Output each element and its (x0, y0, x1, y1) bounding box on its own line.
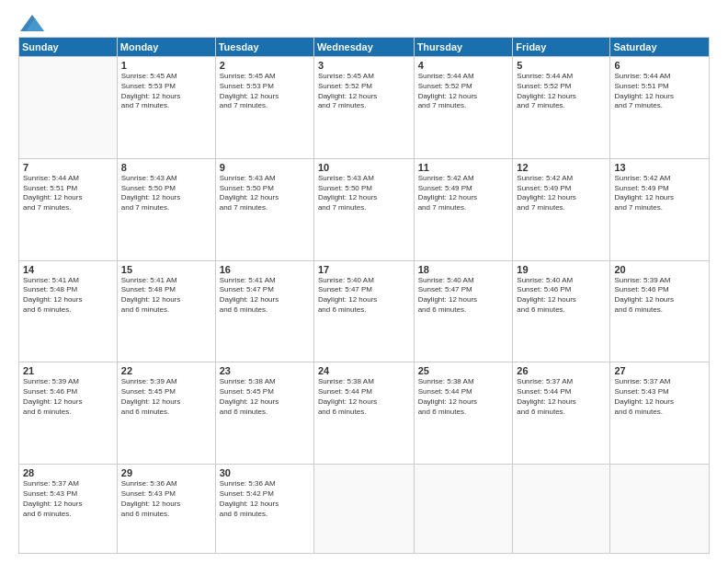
cell-info: Sunrise: 5:44 AM Sunset: 5:51 PM Dayligh… (614, 72, 705, 111)
calendar-cell: 10Sunrise: 5:43 AM Sunset: 5:50 PM Dayli… (313, 158, 414, 260)
day-number: 11 (418, 162, 509, 173)
cell-info: Sunrise: 5:36 AM Sunset: 5:42 PM Dayligh… (220, 479, 310, 519)
cell-info: Sunrise: 5:39 AM Sunset: 5:46 PM Dayligh… (23, 377, 113, 417)
calendar-cell: 29Sunrise: 5:36 AM Sunset: 5:43 PM Dayli… (117, 465, 215, 554)
cell-info: Sunrise: 5:40 AM Sunset: 5:47 PM Dayligh… (418, 276, 509, 316)
calendar-cell (19, 57, 118, 159)
day-number: 22 (121, 365, 211, 376)
day-number: 12 (517, 162, 606, 173)
cell-info: Sunrise: 5:37 AM Sunset: 5:43 PM Dayligh… (614, 377, 705, 417)
day-number: 16 (220, 264, 310, 275)
calendar-cell (513, 465, 610, 554)
day-number: 26 (517, 365, 606, 376)
cell-info: Sunrise: 5:41 AM Sunset: 5:47 PM Dayligh… (220, 276, 310, 316)
day-number: 6 (614, 60, 705, 71)
calendar-cell (414, 465, 513, 554)
day-number: 23 (220, 365, 310, 376)
header (18, 15, 710, 29)
cell-info: Sunrise: 5:36 AM Sunset: 5:43 PM Dayligh… (121, 479, 211, 519)
calendar-cell: 19Sunrise: 5:40 AM Sunset: 5:46 PM Dayli… (513, 260, 610, 362)
cell-info: Sunrise: 5:38 AM Sunset: 5:44 PM Dayligh… (318, 377, 410, 417)
day-number: 8 (121, 162, 211, 173)
cell-info: Sunrise: 5:45 AM Sunset: 5:53 PM Dayligh… (121, 72, 211, 111)
calendar-cell: 22Sunrise: 5:39 AM Sunset: 5:45 PM Dayli… (117, 362, 215, 465)
calendar-cell: 6Sunrise: 5:44 AM Sunset: 5:51 PM Daylig… (610, 57, 710, 159)
calendar-cell: 5Sunrise: 5:44 AM Sunset: 5:52 PM Daylig… (513, 57, 610, 159)
calendar-cell: 16Sunrise: 5:41 AM Sunset: 5:47 PM Dayli… (215, 260, 313, 362)
cell-info: Sunrise: 5:38 AM Sunset: 5:45 PM Dayligh… (220, 377, 310, 417)
calendar-cell: 8Sunrise: 5:43 AM Sunset: 5:50 PM Daylig… (117, 158, 215, 260)
cell-info: Sunrise: 5:38 AM Sunset: 5:44 PM Dayligh… (418, 377, 509, 417)
day-number: 20 (614, 264, 705, 275)
calendar-cell: 30Sunrise: 5:36 AM Sunset: 5:42 PM Dayli… (215, 465, 313, 554)
day-number: 19 (517, 264, 606, 275)
day-number: 25 (418, 365, 509, 376)
logo (18, 15, 44, 29)
cell-info: Sunrise: 5:42 AM Sunset: 5:49 PM Dayligh… (517, 174, 606, 213)
weekday-header-sunday: Sunday (19, 38, 118, 57)
cell-info: Sunrise: 5:41 AM Sunset: 5:48 PM Dayligh… (23, 276, 113, 316)
calendar-cell (313, 465, 414, 554)
day-number: 3 (318, 60, 410, 71)
calendar-cell: 4Sunrise: 5:44 AM Sunset: 5:52 PM Daylig… (414, 57, 513, 159)
day-number: 24 (318, 365, 410, 376)
page: SundayMondayTuesdayWednesdayThursdayFrid… (0, 0, 728, 563)
calendar-week-5: 28Sunrise: 5:37 AM Sunset: 5:43 PM Dayli… (19, 465, 710, 554)
day-number: 1 (121, 60, 211, 71)
calendar-week-3: 14Sunrise: 5:41 AM Sunset: 5:48 PM Dayli… (19, 260, 710, 362)
day-number: 17 (318, 264, 410, 275)
cell-info: Sunrise: 5:44 AM Sunset: 5:52 PM Dayligh… (418, 72, 509, 111)
calendar-table: SundayMondayTuesdayWednesdayThursdayFrid… (18, 37, 710, 554)
cell-info: Sunrise: 5:41 AM Sunset: 5:48 PM Dayligh… (121, 276, 211, 316)
calendar-week-1: 1Sunrise: 5:45 AM Sunset: 5:53 PM Daylig… (19, 57, 710, 159)
cell-info: Sunrise: 5:40 AM Sunset: 5:47 PM Dayligh… (318, 276, 410, 316)
weekday-header-row: SundayMondayTuesdayWednesdayThursdayFrid… (19, 38, 710, 57)
calendar-cell: 3Sunrise: 5:45 AM Sunset: 5:52 PM Daylig… (313, 57, 414, 159)
calendar-cell: 25Sunrise: 5:38 AM Sunset: 5:44 PM Dayli… (414, 362, 513, 465)
calendar-cell: 26Sunrise: 5:37 AM Sunset: 5:44 PM Dayli… (513, 362, 610, 465)
cell-info: Sunrise: 5:42 AM Sunset: 5:49 PM Dayligh… (418, 174, 509, 213)
cell-info: Sunrise: 5:39 AM Sunset: 5:46 PM Dayligh… (614, 276, 705, 316)
cell-info: Sunrise: 5:37 AM Sunset: 5:44 PM Dayligh… (517, 377, 606, 417)
calendar-cell: 11Sunrise: 5:42 AM Sunset: 5:49 PM Dayli… (414, 158, 513, 260)
day-number: 27 (614, 365, 705, 376)
calendar-cell: 28Sunrise: 5:37 AM Sunset: 5:43 PM Dayli… (19, 465, 118, 554)
day-number: 30 (220, 467, 310, 478)
day-number: 10 (318, 162, 410, 173)
day-number: 15 (121, 264, 211, 275)
cell-info: Sunrise: 5:37 AM Sunset: 5:43 PM Dayligh… (23, 479, 113, 519)
cell-info: Sunrise: 5:43 AM Sunset: 5:50 PM Dayligh… (318, 174, 410, 213)
calendar-week-2: 7Sunrise: 5:44 AM Sunset: 5:51 PM Daylig… (19, 158, 710, 260)
cell-info: Sunrise: 5:44 AM Sunset: 5:52 PM Dayligh… (517, 72, 606, 111)
logo-text (18, 15, 44, 29)
cell-info: Sunrise: 5:44 AM Sunset: 5:51 PM Dayligh… (23, 174, 113, 213)
cell-info: Sunrise: 5:43 AM Sunset: 5:50 PM Dayligh… (220, 174, 310, 213)
day-number: 29 (121, 467, 211, 478)
day-number: 9 (220, 162, 310, 173)
day-number: 18 (418, 264, 509, 275)
calendar-cell: 24Sunrise: 5:38 AM Sunset: 5:44 PM Dayli… (313, 362, 414, 465)
day-number: 4 (418, 60, 509, 71)
weekday-header-tuesday: Tuesday (215, 38, 313, 57)
cell-info: Sunrise: 5:39 AM Sunset: 5:45 PM Dayligh… (121, 377, 211, 417)
day-number: 14 (23, 264, 113, 275)
logo-icon (20, 15, 44, 31)
day-number: 7 (23, 162, 113, 173)
day-number: 13 (614, 162, 705, 173)
weekday-header-thursday: Thursday (414, 38, 513, 57)
weekday-header-saturday: Saturday (610, 38, 710, 57)
calendar-cell: 2Sunrise: 5:45 AM Sunset: 5:53 PM Daylig… (215, 57, 313, 159)
calendar-cell: 17Sunrise: 5:40 AM Sunset: 5:47 PM Dayli… (313, 260, 414, 362)
cell-info: Sunrise: 5:42 AM Sunset: 5:49 PM Dayligh… (614, 174, 705, 213)
calendar-cell: 15Sunrise: 5:41 AM Sunset: 5:48 PM Dayli… (117, 260, 215, 362)
calendar-cell: 13Sunrise: 5:42 AM Sunset: 5:49 PM Dayli… (610, 158, 710, 260)
calendar-cell: 21Sunrise: 5:39 AM Sunset: 5:46 PM Dayli… (19, 362, 118, 465)
day-number: 21 (23, 365, 113, 376)
cell-info: Sunrise: 5:45 AM Sunset: 5:52 PM Dayligh… (318, 72, 410, 111)
cell-info: Sunrise: 5:40 AM Sunset: 5:46 PM Dayligh… (517, 276, 606, 316)
weekday-header-friday: Friday (513, 38, 610, 57)
day-number: 2 (220, 60, 310, 71)
day-number: 5 (517, 60, 606, 71)
calendar-cell: 27Sunrise: 5:37 AM Sunset: 5:43 PM Dayli… (610, 362, 710, 465)
calendar-cell: 20Sunrise: 5:39 AM Sunset: 5:46 PM Dayli… (610, 260, 710, 362)
